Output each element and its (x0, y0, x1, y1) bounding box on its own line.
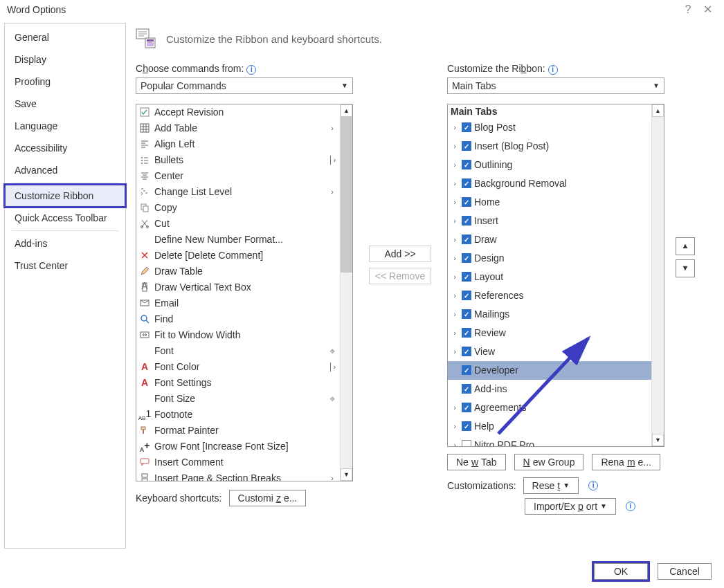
tab-item-review[interactable]: ›✓Review (448, 324, 651, 342)
expand-toggle[interactable]: › (451, 441, 459, 446)
expand-toggle[interactable]: › (451, 347, 459, 356)
choose-commands-dropdown[interactable]: Popular Commands▼ (136, 77, 353, 94)
help-button[interactable]: ? (678, 3, 698, 16)
tab-item-references[interactable]: ›✓References (448, 286, 651, 305)
info-icon[interactable]: i (588, 481, 598, 490)
customize-ribbon-dropdown[interactable]: Main Tabs▼ (447, 77, 664, 94)
move-down-button[interactable]: ▼ (676, 259, 695, 277)
command-item[interactable]: Font⎆ (136, 343, 340, 359)
scroll-up-button[interactable]: ▲ (341, 104, 352, 117)
checkbox[interactable]: ✓ (462, 235, 471, 244)
new-tab-button[interactable]: New Tab (447, 454, 506, 470)
tab-item-view[interactable]: ›✓View (448, 342, 651, 361)
tab-item-background-removal[interactable]: ›✓Background Removal (448, 174, 651, 193)
scroll-thumb[interactable] (341, 117, 352, 273)
new-group-button[interactable]: New Group (514, 454, 584, 470)
checkbox[interactable]: ✓ (462, 347, 471, 356)
checkbox[interactable]: ✓ (462, 291, 471, 300)
command-item[interactable]: Fit to Window Width (136, 327, 340, 343)
expand-toggle[interactable]: › (451, 198, 459, 206)
command-item[interactable]: Add Table› (136, 120, 340, 136)
command-item[interactable]: Draw Table (136, 264, 340, 279)
tab-item-insert-blog-post-[interactable]: ›✓Insert (Blog Post) (448, 137, 651, 156)
command-item[interactable]: Find (136, 311, 340, 327)
tab-item-mailings[interactable]: ›✓Mailings (448, 305, 651, 324)
command-item[interactable]: Insert Comment (136, 454, 340, 470)
tab-item-insert[interactable]: ›✓Insert (448, 212, 651, 230)
tab-item-agreements[interactable]: ›✓Agreements (448, 398, 651, 417)
expand-toggle[interactable]: › (451, 123, 459, 131)
command-item[interactable]: Cut (136, 216, 340, 232)
command-item[interactable]: AFont Settings (136, 375, 340, 391)
checkbox[interactable]: ✓ (462, 365, 471, 375)
scroll-up-button[interactable]: ▲ (652, 104, 664, 117)
info-icon[interactable]: i (626, 502, 635, 511)
remove-button[interactable]: << Remove (369, 268, 431, 284)
command-item[interactable]: AFont Color│› (136, 359, 340, 375)
expand-toggle[interactable]: › (451, 254, 459, 262)
command-item[interactable]: Bullets│› (136, 152, 340, 168)
info-icon[interactable]: i (548, 65, 558, 75)
expand-toggle[interactable]: › (451, 422, 459, 430)
expand-toggle[interactable]: › (451, 403, 459, 412)
sidebar-item-add-ins[interactable]: Add-ins (5, 232, 125, 255)
command-item[interactable]: Insert Page & Section Breaks› (136, 470, 340, 481)
sidebar-item-proofing[interactable]: Proofing (5, 71, 125, 93)
checkbox[interactable]: ✓ (462, 178, 471, 188)
scroll-down-button[interactable]: ▼ (341, 468, 352, 481)
sidebar-item-customize-ribbon[interactable]: Customize Ribbon (5, 185, 125, 207)
checkbox[interactable]: ✓ (462, 403, 471, 412)
expand-toggle[interactable]: › (451, 160, 459, 169)
ok-button[interactable]: OK (594, 563, 648, 580)
ribbon-tabs-tree[interactable]: Main Tabs ›✓Blog Post›✓Insert (Blog Post… (447, 104, 664, 447)
commands-listbox[interactable]: Accept RevisionAdd Table›Align LeftBulle… (136, 104, 353, 481)
tab-item-outlining[interactable]: ›✓Outlining (448, 156, 651, 174)
scrollbar[interactable]: ▲ ▼ (651, 104, 664, 446)
command-item[interactable]: Align Left (136, 136, 340, 152)
command-item[interactable]: Copy (136, 200, 340, 216)
tab-item-add-ins[interactable]: ✓Add-ins (448, 380, 651, 398)
checkbox[interactable]: ✓ (462, 253, 471, 263)
sidebar-item-advanced[interactable]: Advanced (5, 159, 125, 181)
command-item[interactable]: Font Size⎆ (136, 391, 340, 407)
sidebar-item-quick-access-toolbar[interactable]: Quick Access Toolbar (5, 207, 125, 229)
checkbox[interactable] (462, 440, 471, 446)
tab-item-draw[interactable]: ›✓Draw (448, 230, 651, 249)
command-item[interactable]: Accept Revision (136, 104, 340, 120)
scrollbar[interactable]: ▲ ▼ (340, 104, 352, 481)
checkbox[interactable]: ✓ (462, 421, 471, 431)
checkbox[interactable]: ✓ (462, 384, 471, 394)
expand-toggle[interactable]: › (451, 329, 459, 337)
checkbox[interactable]: ✓ (462, 122, 471, 132)
tab-item-home[interactable]: ›✓Home (448, 193, 651, 212)
sidebar-item-save[interactable]: Save (5, 93, 125, 115)
command-item[interactable]: Center (136, 168, 340, 184)
sidebar-item-trust-center[interactable]: Trust Center (5, 255, 125, 277)
sidebar-item-general[interactable]: General (5, 26, 125, 48)
checkbox[interactable]: ✓ (462, 141, 471, 151)
sidebar-item-display[interactable]: Display (5, 48, 125, 71)
tab-item-design[interactable]: ›✓Design (448, 249, 651, 268)
expand-toggle[interactable]: › (451, 310, 459, 318)
add-button[interactable]: Add >> (369, 246, 431, 262)
checkbox[interactable]: ✓ (462, 272, 471, 282)
checkbox[interactable]: ✓ (462, 309, 471, 319)
command-item[interactable]: Email (136, 295, 340, 311)
command-item[interactable]: ADraw Vertical Text Box (136, 279, 340, 295)
sidebar-item-language[interactable]: Language (5, 115, 125, 137)
rename-button[interactable]: Rename... (592, 454, 660, 470)
scroll-down-button[interactable]: ▼ (652, 434, 664, 446)
command-item[interactable]: Define New Number Format... (136, 232, 340, 248)
sidebar-item-accessibility[interactable]: Accessibility (5, 137, 125, 159)
checkbox[interactable]: ✓ (462, 328, 471, 338)
info-icon[interactable]: i (246, 65, 256, 75)
tab-item-blog-post[interactable]: ›✓Blog Post (448, 118, 651, 137)
checkbox[interactable]: ✓ (462, 160, 471, 169)
command-item[interactable]: A+Grow Font [Increase Font Size] (136, 439, 340, 454)
expand-toggle[interactable]: › (451, 291, 459, 300)
tab-item-developer[interactable]: ✓Developer (448, 361, 651, 380)
tab-item-help[interactable]: ›✓Help (448, 417, 651, 436)
command-item[interactable]: Delete [Delete Comment] (136, 248, 340, 264)
command-item[interactable]: Format Painter (136, 423, 340, 439)
command-item[interactable]: AB1Footnote (136, 407, 340, 423)
